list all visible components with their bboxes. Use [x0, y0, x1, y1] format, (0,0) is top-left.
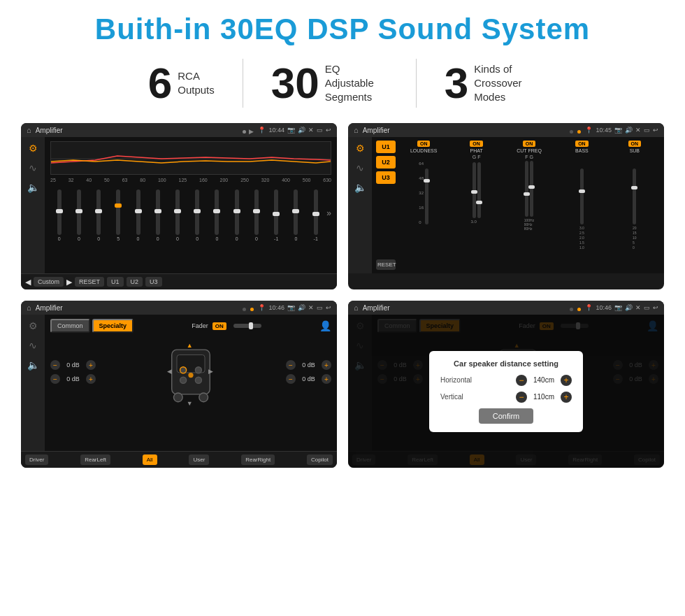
- mixer-channels: ON LOUDNESS 64 48 32 16 0: [398, 141, 660, 270]
- mixer-speaker-icon[interactable]: 🔈: [354, 182, 366, 193]
- dialog-screen: ⌂ Amplifier 📍 10:46 📷 🔊 ✕ ▭ ↩: [348, 301, 664, 468]
- dialog-screen-title: Amplifier: [363, 304, 565, 312]
- fader-filter-icon[interactable]: ⚙: [29, 320, 38, 331]
- bass-name: BASS: [575, 148, 589, 153]
- slider-13: -1: [307, 189, 324, 241]
- eq-reset-button[interactable]: RESET: [75, 277, 104, 287]
- fader-status-bar: ⌂ Amplifier 📍 10:46 📷 🔊 ✕ ▭ ↩: [21, 301, 337, 315]
- user-button[interactable]: User: [189, 454, 209, 465]
- eq-dots: ▶: [243, 124, 254, 136]
- mixer-side-icons: ⚙ ∿ 🔈: [348, 137, 372, 273]
- eq-freq-labels: 25 32 40 50 63 80 100 125 160 200 250 32…: [50, 178, 331, 182]
- stat-rca-number: 6: [148, 62, 172, 105]
- rl-plus-button[interactable]: +: [86, 374, 96, 384]
- camera-icon: 📷: [287, 127, 295, 134]
- eq-content: ⚙ ∿ 🔈 25 32 40: [21, 137, 337, 273]
- slider-2: 0: [89, 189, 107, 241]
- horizontal-control: − 140cm +: [516, 375, 572, 386]
- eq-prev-button[interactable]: ◀: [25, 278, 31, 287]
- slider-6: 0: [168, 189, 186, 241]
- fader-tabs: Common Specialty: [50, 319, 134, 333]
- mixer-u3-button[interactable]: U3: [376, 171, 396, 184]
- sub-toggle[interactable]: ON: [628, 141, 642, 147]
- fader-speaker-icon[interactable]: 🔈: [27, 359, 39, 371]
- copilot-button[interactable]: Copilot: [307, 454, 333, 465]
- vertical-row: Vertical − 110cm +: [440, 392, 572, 403]
- vertical-plus-button[interactable]: +: [561, 392, 572, 403]
- eq-expand-icon[interactable]: »: [326, 208, 331, 218]
- bass-toggle[interactable]: ON: [575, 141, 589, 147]
- fader-on-badge[interactable]: ON: [212, 322, 226, 330]
- eq-play-button[interactable]: ▶: [66, 278, 72, 287]
- horizontal-value: 140cm: [530, 376, 558, 384]
- rr-plus-button[interactable]: +: [322, 374, 331, 384]
- eq-wave-icon[interactable]: ∿: [29, 162, 37, 173]
- fader-back-icon: ↩: [326, 304, 331, 311]
- fader-side-icons: ⚙ ∿ 🔈: [21, 315, 45, 451]
- rl-minus-button[interactable]: −: [50, 374, 60, 384]
- horizontal-minus-button[interactable]: −: [516, 375, 527, 386]
- all-button[interactable]: All: [143, 454, 157, 465]
- fl-minus-button[interactable]: −: [50, 360, 60, 370]
- slider-11: -1: [268, 189, 285, 241]
- mixer-filter-icon[interactable]: ⚙: [356, 143, 365, 154]
- eq-u2-button[interactable]: U2: [127, 277, 143, 287]
- eq-custom-button[interactable]: Custom: [34, 277, 64, 287]
- mixer-home-icon[interactable]: ⌂: [354, 126, 359, 134]
- eq-u3-button[interactable]: U3: [145, 277, 162, 287]
- car-diagram: ▲ ▼ ◀ ▶: [100, 337, 282, 407]
- fader-time: 10:46: [268, 304, 284, 311]
- tab-common[interactable]: Common: [50, 319, 90, 333]
- channel-loudness: ON LOUDNESS 64 48 32 16 0: [398, 141, 449, 270]
- eq-screen: ⌂ Amplifier ▶ 📍 10:44 📷 🔊 ✕ ▭ ↩: [21, 123, 337, 289]
- horizontal-plus-button[interactable]: +: [561, 375, 572, 386]
- eq-time: 10:44: [268, 127, 284, 134]
- freq-630: 630: [323, 178, 331, 182]
- mixer-reset-button[interactable]: RESET: [376, 259, 396, 270]
- fader-home-icon[interactable]: ⌂: [27, 303, 31, 312]
- tab-specialty[interactable]: Specialty: [92, 319, 134, 333]
- fl-plus-button[interactable]: +: [86, 360, 96, 370]
- home-icon[interactable]: ⌂: [27, 126, 31, 134]
- person-icon: 👤: [319, 320, 331, 331]
- rearright-button[interactable]: RearRight: [241, 454, 275, 465]
- dialog-home-icon[interactable]: ⌂: [354, 303, 359, 312]
- freq-125: 125: [178, 178, 187, 182]
- fader-wave-icon[interactable]: ∿: [29, 340, 37, 351]
- mixer-u1-button[interactable]: U1: [376, 141, 396, 153]
- eq-u1-button[interactable]: U1: [107, 277, 124, 287]
- fader-main-panel: Common Specialty Fader ON 👤: [45, 315, 337, 451]
- loudness-name: LOUDNESS: [410, 148, 438, 153]
- eq-rect-icon: ▭: [317, 127, 323, 134]
- vertical-minus-button[interactable]: −: [516, 392, 527, 403]
- horizontal-row: Horizontal − 140cm +: [440, 375, 572, 386]
- eq-speaker-icon[interactable]: 🔈: [27, 182, 39, 193]
- stat-crossover: 3 Kinds ofCrossover Modes: [417, 62, 565, 105]
- mixer-content: ⚙ ∿ 🔈 U1 U2 U3 RESET ON LO: [348, 137, 664, 273]
- cutfreq-toggle[interactable]: ON: [523, 141, 536, 147]
- freq-80: 80: [140, 178, 145, 182]
- rr-minus-button[interactable]: −: [286, 374, 296, 384]
- svg-text:▶: ▶: [208, 368, 213, 375]
- fader-x-icon: ✕: [308, 304, 314, 311]
- freq-400: 400: [282, 178, 290, 182]
- svg-text:◀: ◀: [167, 368, 172, 375]
- fr-plus-button[interactable]: +: [322, 360, 331, 370]
- fader-horizontal-slider[interactable]: [233, 324, 261, 328]
- driver-button[interactable]: Driver: [25, 454, 48, 465]
- mixer-back-icon: ↩: [653, 127, 658, 134]
- fr-minus-button[interactable]: −: [286, 360, 296, 370]
- loudness-toggle[interactable]: ON: [417, 141, 431, 147]
- stat-eq-label: EQ AdjustableSegments: [325, 62, 388, 105]
- dialog-camera-icon: 📷: [614, 304, 622, 311]
- channel-sub: ON SUB 20151050: [610, 141, 660, 270]
- freq-50: 50: [104, 178, 110, 182]
- fader-volume-icon: 🔊: [298, 304, 305, 311]
- dialog-status-bar: ⌂ Amplifier 📍 10:46 📷 🔊 ✕ ▭ ↩: [348, 301, 664, 315]
- phat-toggle[interactable]: ON: [470, 141, 483, 147]
- eq-filter-icon[interactable]: ⚙: [29, 143, 38, 154]
- confirm-button[interactable]: Confirm: [479, 408, 534, 424]
- mixer-wave-icon[interactable]: ∿: [356, 162, 364, 173]
- mixer-u2-button[interactable]: U2: [376, 156, 396, 169]
- rearleft-button[interactable]: RearLeft: [80, 454, 110, 465]
